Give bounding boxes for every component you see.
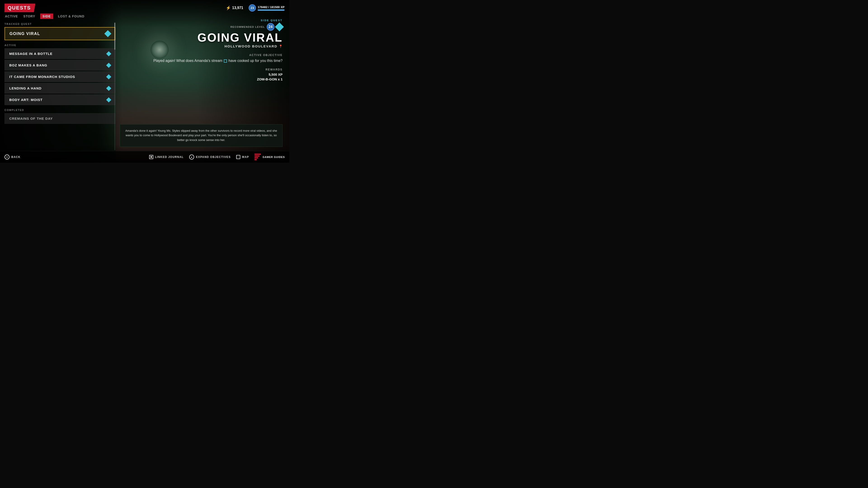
rewards-label: REWARDS bbox=[143, 68, 283, 71]
quest-diamond-icon bbox=[106, 86, 112, 91]
active-section-label: ACTIVE bbox=[4, 44, 115, 46]
tab-side[interactable]: SIDE bbox=[40, 13, 53, 19]
quest-diamond-icon bbox=[106, 63, 112, 68]
tracked-quest-item[interactable]: GOING VIRAL bbox=[4, 27, 115, 40]
tracked-quest-name: GOING VIRAL bbox=[9, 31, 40, 36]
quest-item-boz-makes-a-bang[interactable]: BOZ MAKES A BANG bbox=[4, 60, 115, 70]
left-panel: TRACKED QUEST GOING VIRAL ACTIVE MESSAGE… bbox=[4, 23, 115, 150]
quest-item-body-art-moist[interactable]: BODY ART: MOIST bbox=[4, 94, 115, 105]
back-label: BACK bbox=[11, 156, 21, 159]
lightning-stat: ⚡ 13,971 bbox=[226, 5, 243, 10]
map-label: MAP bbox=[242, 156, 249, 159]
quest-diamond-icon bbox=[106, 51, 112, 56]
xp-bar-fill bbox=[258, 9, 284, 11]
gg-label: GAMER GUIDES bbox=[263, 156, 285, 158]
recommended-level-label: RECOMMENDED LEVEL bbox=[230, 26, 265, 28]
objective-text: Played again! What does Amanda's stream … bbox=[143, 58, 283, 64]
quest-item-name: IT CAME FROM MONARCH STUDIOS bbox=[9, 75, 75, 78]
rewards-section: REWARDS 5,500 XP ZOM-B-GON x 1 bbox=[143, 68, 283, 81]
scroll-thumb bbox=[114, 23, 115, 50]
xp-bar-container bbox=[258, 9, 285, 11]
recommended-level-badge: 24 bbox=[267, 23, 274, 31]
location-text: HOLLYWOOD BOULEVARD bbox=[224, 44, 277, 48]
completed-quest-name: CREMAINS OF THE DAY bbox=[9, 117, 53, 121]
quest-item-monarch-studios[interactable]: IT CAME FROM MONARCH STUDIOS bbox=[4, 71, 115, 82]
gg-bar-1 bbox=[254, 154, 261, 155]
objectives-label: EXPAND OBJECTIVES bbox=[196, 156, 231, 159]
gamer-guides-logo: GAMER GUIDES bbox=[254, 154, 285, 160]
quest-item-name: MESSAGE IN A BOTTLE bbox=[9, 52, 53, 56]
lightning-value: 13,971 bbox=[232, 6, 243, 10]
back-button[interactable]: ● BACK bbox=[4, 155, 21, 160]
quest-item-name: LENDING A HAND bbox=[9, 86, 41, 90]
tab-active[interactable]: ACTIVE bbox=[4, 13, 18, 19]
tab-story[interactable]: STORY bbox=[23, 13, 35, 19]
quests-title-block: QUESTS bbox=[4, 4, 35, 12]
journal-label: LINKED JOURNAL bbox=[155, 156, 184, 159]
top-stats: ⚡ 13,971 23 178482 / 181500 XP bbox=[226, 4, 285, 11]
description-box: Amanda's done it again! Young Ms. Styles… bbox=[120, 124, 283, 147]
level-number: 23 bbox=[250, 6, 254, 10]
quest-diamond-icon bbox=[106, 74, 112, 79]
xp-display: 178482 / 181500 XP bbox=[258, 5, 285, 9]
reward-xp: 5,500 XP bbox=[143, 72, 283, 76]
xp-stat: 23 178482 / 181500 XP bbox=[249, 4, 285, 11]
gg-bar-3 bbox=[254, 157, 258, 158]
tracked-quest-diamond-icon bbox=[104, 30, 111, 37]
expand-icon: ▲ bbox=[189, 155, 194, 160]
quest-type-diamond-icon bbox=[275, 22, 284, 31]
quest-item-lending-a-hand[interactable]: LENDING A HAND bbox=[4, 83, 115, 94]
gg-bar-4 bbox=[254, 159, 257, 160]
completed-section-label: COMPLETED bbox=[4, 109, 115, 111]
scroll-bar[interactable] bbox=[114, 23, 115, 150]
map-icon: □ bbox=[236, 155, 240, 159]
journal-icon: 📋 bbox=[149, 155, 153, 159]
quest-location: HOLLYWOOD BOULEVARD 📍 bbox=[143, 44, 283, 48]
quest-item-name: BODY ART: MOIST bbox=[9, 98, 43, 102]
expand-objectives-button[interactable]: ▲ EXPAND OBJECTIVES bbox=[189, 155, 231, 160]
side-quest-header: SIDE QUEST bbox=[143, 18, 283, 22]
reward-item: ZOM-B-GON x 1 bbox=[143, 77, 283, 81]
location-pin-icon: 📍 bbox=[279, 44, 283, 48]
tracked-label: TRACKED QUEST bbox=[4, 23, 115, 25]
gg-bars-icon bbox=[254, 154, 261, 160]
gg-bar-2 bbox=[254, 156, 259, 157]
quest-diamond-icon bbox=[106, 97, 112, 102]
quests-title: QUESTS bbox=[8, 5, 31, 11]
back-button-circle: ● bbox=[4, 155, 9, 160]
active-quest-list: MESSAGE IN A BOTTLE BOZ MAKES A BANG IT … bbox=[4, 48, 115, 105]
quest-item-cremains[interactable]: CREMAINS OF THE DAY bbox=[4, 113, 115, 124]
recommended-level-number: 24 bbox=[269, 25, 273, 29]
description-text: Amanda's done it again! Young Ms. Styles… bbox=[125, 129, 277, 142]
level-badge: 23 bbox=[249, 4, 256, 11]
linked-journal-button[interactable]: 📋 LINKED JOURNAL bbox=[149, 155, 184, 159]
quest-main-title: GOING VIRAL bbox=[143, 32, 283, 43]
back-icon: ● bbox=[6, 156, 8, 158]
lightning-icon: ⚡ bbox=[226, 5, 231, 10]
quests-banner: QUESTS bbox=[4, 4, 35, 12]
side-quest-label: SIDE QUEST bbox=[260, 19, 283, 22]
quest-item-name: BOZ MAKES A BANG bbox=[9, 63, 47, 67]
map-button[interactable]: □ MAP bbox=[236, 155, 249, 159]
stream-icon bbox=[224, 59, 227, 63]
bottom-bar: ● BACK 📋 LINKED JOURNAL ▲ EXPAND OBJECTI… bbox=[0, 151, 289, 163]
bottom-actions-right: 📋 LINKED JOURNAL ▲ EXPAND OBJECTIVES □ M… bbox=[149, 154, 285, 160]
objective-section: ACTIVE OBJECTIVE Played again! What does… bbox=[143, 54, 283, 64]
nav-tabs: ACTIVE STORY SIDE LOST & FOUND bbox=[4, 13, 85, 19]
recommended-level-row: RECOMMENDED LEVEL 24 bbox=[143, 23, 283, 31]
ui-layer: QUESTS ⚡ 13,971 23 178482 / 181500 XP bbox=[0, 0, 289, 163]
quest-item-message-in-a-bottle[interactable]: MESSAGE IN A BOTTLE bbox=[4, 48, 115, 59]
tab-lost-found[interactable]: LOST & FOUND bbox=[58, 13, 85, 19]
xp-info: 178482 / 181500 XP bbox=[258, 5, 285, 11]
right-panel: SIDE QUEST RECOMMENDED LEVEL 24 GOING VI… bbox=[135, 18, 289, 86]
objective-label: ACTIVE OBJECTIVE bbox=[143, 54, 283, 57]
